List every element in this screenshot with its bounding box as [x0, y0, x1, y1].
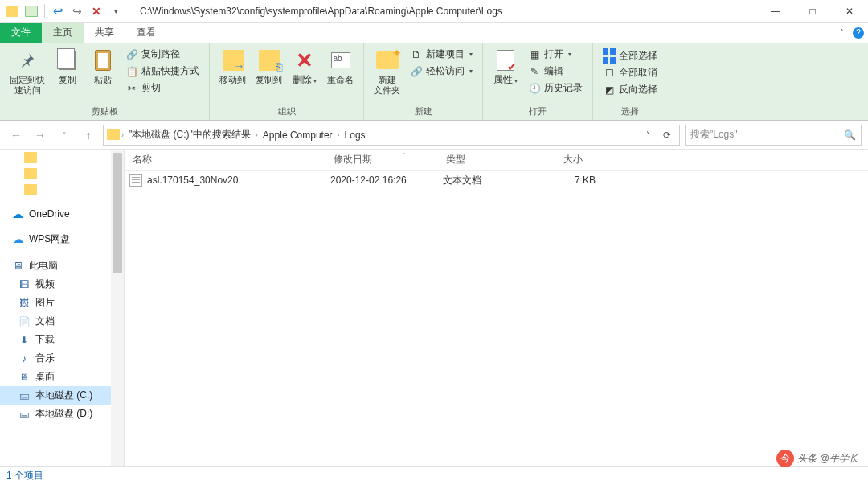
- label: 粘贴快捷方式: [141, 64, 199, 78]
- sidebar-downloads[interactable]: ⬇下载: [0, 331, 124, 349]
- sidebar-documents[interactable]: 📄文档: [0, 312, 124, 331]
- search-box[interactable]: 搜索"Logs" 🔍: [685, 125, 862, 146]
- sidebar-disk-d[interactable]: 🖴本地磁盘 (D:): [0, 405, 124, 423]
- file-type: 文本文档: [443, 174, 531, 187]
- undo-icon[interactable]: ↩: [49, 2, 67, 20]
- select-none-button[interactable]: ☐全部取消: [601, 65, 659, 80]
- edit-button[interactable]: ✎编辑: [526, 64, 584, 79]
- new-folder-button[interactable]: 新建 文件夹: [369, 45, 405, 96]
- document-icon: 📄: [18, 316, 31, 327]
- refresh-button[interactable]: ⟳: [658, 126, 676, 144]
- group-label: 新建: [369, 105, 477, 120]
- group-label: 选择: [598, 105, 662, 120]
- sidebar-videos[interactable]: 🎞视频: [0, 275, 124, 294]
- col-type[interactable]: 类型: [438, 153, 526, 166]
- move-to-button[interactable]: 移动到: [215, 45, 251, 85]
- col-size[interactable]: 大小: [526, 153, 591, 166]
- open-button[interactable]: ▦打开▾: [526, 47, 584, 62]
- paste-icon: [95, 50, 111, 71]
- pin-quick-access-button[interactable]: 固定到快 速访问: [5, 45, 50, 96]
- disk-icon: 🖴: [18, 390, 31, 401]
- ribbon-group-organize: 移动到 复制到 ✕删除▾ 重命名 组织: [210, 43, 364, 120]
- watermark-text: 头条 @牛学长: [797, 453, 858, 464]
- copy-button[interactable]: 复制: [50, 45, 85, 85]
- cut-button[interactable]: ✂剪切: [124, 80, 201, 96]
- back-button[interactable]: ←: [6, 125, 26, 145]
- breadcrumb[interactable]: Logs: [342, 129, 369, 141]
- close-button[interactable]: ✕: [831, 0, 868, 23]
- label: 粘贴: [94, 75, 112, 85]
- tab-home[interactable]: 主页: [42, 23, 84, 43]
- list-item[interactable]: asl.170154_30Nov20 2020-12-02 16:26 文本文档…: [125, 171, 868, 190]
- rename-button[interactable]: 重命名: [322, 45, 358, 85]
- maximize-button[interactable]: □: [794, 0, 831, 23]
- music-icon: ♪: [18, 353, 31, 364]
- up-button[interactable]: ↑: [79, 125, 98, 145]
- invert-selection-button[interactable]: ◩反向选择: [601, 82, 659, 97]
- video-icon: 🎞: [18, 279, 31, 290]
- wps-icon: ☁: [11, 234, 24, 245]
- ribbon-group-clipboard: 固定到快 速访问 复制 粘贴 🔗复制路径 📋粘贴快捷方式 ✂剪切 剪贴板: [0, 43, 210, 120]
- breadcrumb[interactable]: Apple Computer: [260, 129, 336, 141]
- scrollbar-thumb[interactable]: [113, 153, 122, 273]
- sidebar-pictures[interactable]: 🖼图片: [0, 294, 124, 312]
- collapse-ribbon-icon[interactable]: ˄: [834, 23, 849, 43]
- label: 新建 文件夹: [374, 75, 400, 96]
- new-item-button[interactable]: 🗋新建项目▾: [408, 47, 474, 62]
- tab-view[interactable]: 查看: [125, 23, 167, 43]
- paste-button[interactable]: 粘贴: [85, 45, 121, 85]
- ribbon-group-select: 全部选择 ☐全部取消 ◩反向选择 选择: [593, 43, 667, 120]
- sidebar-wps[interactable]: ☁WPS网盘: [0, 230, 124, 249]
- history-button[interactable]: 🕘历史记录: [526, 80, 584, 96]
- move-icon: [223, 50, 244, 71]
- column-headers: 名称 修改日期˅ 类型 大小: [125, 150, 868, 171]
- redo-icon[interactable]: ↪: [68, 2, 86, 20]
- group-label: 打开: [488, 105, 588, 120]
- copy-path-button[interactable]: 🔗复制路径: [124, 47, 201, 62]
- sidebar-thispc[interactable]: 🖥此电脑: [0, 257, 124, 275]
- qat-dropdown-icon[interactable]: ▾: [107, 2, 125, 20]
- onedrive-icon: ☁: [11, 208, 24, 220]
- properties-button[interactable]: 属性▾: [488, 45, 523, 86]
- chevron-down-icon: ▾: [514, 77, 518, 84]
- chevron-down-icon: ▾: [469, 68, 473, 75]
- breadcrumb[interactable]: "本地磁盘 (C:)"中的搜索结果: [125, 128, 254, 142]
- col-name[interactable]: 名称: [125, 153, 326, 166]
- paste-shortcut-button[interactable]: 📋粘贴快捷方式: [124, 64, 201, 79]
- chevron-right-icon: ›: [338, 131, 340, 139]
- folder-icon: [24, 184, 37, 195]
- delete-icon: ✕: [292, 47, 317, 73]
- chevron-down-icon: ▾: [313, 77, 317, 84]
- select-all-icon: [603, 50, 616, 63]
- address-dropdown-icon[interactable]: ˅: [639, 126, 657, 144]
- sidebar-onedrive[interactable]: ☁OneDrive: [0, 206, 124, 222]
- minimize-button[interactable]: —: [757, 0, 794, 23]
- easy-access-button[interactable]: 🔗轻松访问▾: [408, 64, 474, 79]
- label: 编辑: [544, 64, 563, 78]
- label: 打开: [544, 47, 563, 61]
- sidebar-quick-item[interactable]: [0, 166, 124, 182]
- sidebar-scrollbar[interactable]: [111, 150, 124, 466]
- sidebar-quick-item[interactable]: [0, 182, 124, 198]
- folder-icon: [107, 129, 120, 140]
- sidebar-music[interactable]: ♪音乐: [0, 349, 124, 368]
- file-date: 2020-12-02 16:26: [330, 175, 443, 186]
- nav-bar: ← → ˅ ↑ › "本地磁盘 (C:)"中的搜索结果 › Apple Comp…: [0, 121, 868, 150]
- folder-icon: [6, 6, 18, 17]
- help-button[interactable]: ?: [849, 23, 868, 43]
- copy-to-button[interactable]: 复制到: [251, 45, 287, 85]
- tab-share[interactable]: 共享: [84, 23, 125, 43]
- col-date[interactable]: 修改日期˅: [326, 153, 438, 166]
- sidebar-quick-item[interactable]: [0, 150, 124, 166]
- address-bar[interactable]: › "本地磁盘 (C:)"中的搜索结果 › Apple Computer › L…: [103, 125, 680, 146]
- tab-file[interactable]: 文件: [0, 23, 42, 43]
- forward-button[interactable]: →: [31, 125, 50, 145]
- label: WPS网盘: [29, 232, 70, 246]
- label: 此电脑: [29, 259, 58, 273]
- sidebar-desktop[interactable]: 🖥桌面: [0, 368, 124, 386]
- recent-dropdown[interactable]: ˅: [55, 125, 74, 145]
- delete-button[interactable]: ✕删除▾: [287, 45, 322, 86]
- select-all-button[interactable]: 全部选择: [601, 48, 659, 64]
- delete-icon[interactable]: ✕: [88, 2, 105, 20]
- sidebar-disk-c[interactable]: 🖴本地磁盘 (C:): [0, 386, 124, 405]
